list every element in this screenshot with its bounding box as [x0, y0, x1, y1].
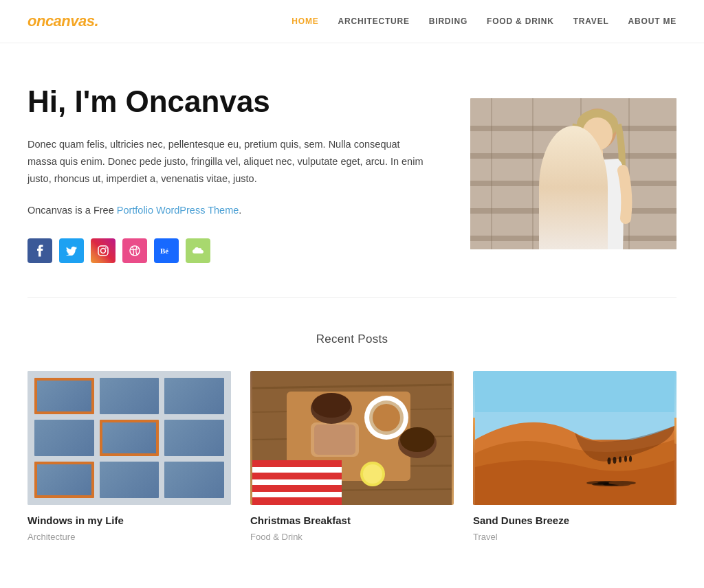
site-header: oncanvas. HOME ARCHITECTURE BIRDING FOOD… — [0, 0, 704, 43]
svg-rect-34 — [252, 460, 342, 467]
window-cell — [100, 462, 160, 498]
svg-point-48 — [629, 456, 632, 462]
post-card-3[interactable]: Sand Dunes Breeze Travel — [473, 371, 676, 543]
svg-rect-9 — [470, 208, 676, 214]
hero-body: Donec quam felis, ultricies nec, pellent… — [28, 136, 426, 188]
nav-food-drink[interactable]: FOOD & DRINK — [487, 16, 554, 26]
window-cell — [100, 378, 160, 414]
logo-dot: . — [95, 12, 99, 30]
dribbble-icon[interactable] — [122, 238, 147, 263]
window-cell — [100, 420, 160, 456]
svg-rect-37 — [252, 497, 342, 505]
svg-rect-35 — [252, 473, 342, 479]
post-title-3: Sand Dunes Breeze — [473, 514, 676, 526]
posts-grid: Windows in my Life Architecture — [28, 371, 676, 543]
svg-rect-11 — [491, 98, 492, 249]
tagline-suffix: . — [239, 205, 241, 216]
nav-about-me[interactable]: ABOUT ME — [628, 16, 676, 26]
nav-travel[interactable]: TRAVEL — [573, 16, 609, 26]
post-card-2[interactable]: Christmas Breakfast Food & Drink — [250, 371, 454, 543]
svg-point-28 — [373, 404, 400, 431]
svg-point-39 — [363, 464, 382, 484]
facebook-icon[interactable] — [28, 238, 52, 263]
post-title-2: Christmas Breakfast — [250, 514, 454, 526]
svg-point-47 — [624, 456, 627, 462]
post-card-1[interactable]: Windows in my Life Architecture — [28, 371, 231, 543]
svg-rect-8 — [470, 181, 676, 186]
svg-rect-6 — [470, 126, 676, 131]
behance-icon[interactable]: Bé — [154, 238, 179, 263]
svg-point-45 — [613, 457, 617, 464]
instagram-icon[interactable] — [91, 238, 116, 263]
hero-photo — [470, 98, 676, 249]
site-logo[interactable]: oncanvas. — [28, 12, 98, 30]
window-cell — [34, 378, 94, 414]
post-thumb-2 — [250, 371, 454, 505]
svg-point-41 — [400, 427, 434, 452]
window-cell — [34, 462, 94, 498]
nav-architecture[interactable]: ARCHITECTURE — [338, 16, 410, 26]
nav-home[interactable]: HOME — [292, 16, 318, 26]
logo-text: oncanvas — [28, 12, 95, 30]
svg-rect-12 — [532, 98, 534, 249]
window-cell — [34, 420, 94, 456]
post-title-1: Windows in my Life — [28, 514, 231, 526]
twitter-icon[interactable] — [59, 238, 84, 263]
tagline-link[interactable]: Portfolio WordPress Theme — [117, 205, 239, 216]
hero-image — [470, 98, 676, 249]
svg-point-44 — [608, 457, 611, 464]
svg-point-1 — [101, 249, 106, 253]
svg-rect-30 — [314, 425, 355, 455]
svg-point-17 — [582, 117, 613, 150]
svg-point-3 — [130, 246, 140, 256]
hero-tagline: Oncanvas is a Free Portfolio WordPress T… — [28, 202, 426, 219]
svg-rect-36 — [252, 485, 342, 492]
nav-birding[interactable]: BIRDING — [429, 16, 468, 26]
post-thumb-1 — [28, 371, 231, 505]
svg-point-32 — [312, 393, 351, 418]
post-thumb-3 — [473, 371, 676, 505]
tagline-prefix: Oncanvas is a Free — [28, 205, 117, 216]
hero-heading: Hi, I'm Oncanvas — [28, 84, 426, 120]
main-nav: HOME ARCHITECTURE BIRDING FOOD & DRINK T… — [292, 16, 676, 26]
recent-posts-title: Recent Posts — [28, 332, 676, 346]
svg-point-46 — [619, 457, 622, 463]
hero-section: Hi, I'm Oncanvas Donec quam felis, ultri… — [0, 43, 704, 297]
svg-rect-0 — [98, 246, 108, 256]
svg-text:Bé: Bé — [160, 247, 168, 255]
svg-rect-10 — [470, 236, 676, 241]
recent-posts-section: Recent Posts Windows in my Life Architec… — [0, 298, 704, 584]
post-category-2[interactable]: Food & Drink — [250, 532, 302, 542]
post-category-3[interactable]: Travel — [473, 532, 498, 542]
window-cell — [164, 378, 224, 414]
svg-point-2 — [105, 247, 107, 249]
hero-text-block: Hi, I'm Oncanvas Donec quam felis, ultri… — [28, 84, 426, 263]
svg-rect-7 — [470, 153, 676, 159]
cloud-icon[interactable] — [186, 238, 210, 263]
window-cell — [164, 420, 224, 456]
social-icons-group: Bé — [28, 238, 426, 263]
post-category-1[interactable]: Architecture — [28, 532, 75, 542]
svg-rect-18 — [592, 149, 603, 166]
window-cell — [164, 462, 224, 498]
svg-rect-5 — [470, 98, 676, 249]
